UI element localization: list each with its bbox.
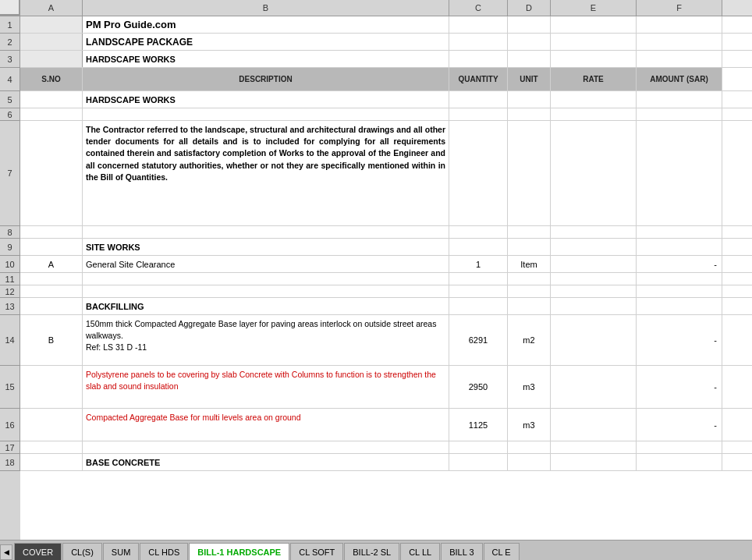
col-header-c: C: [449, 0, 508, 16]
header-quantity: QUANTITY: [449, 68, 508, 90]
row-num-6: 6: [0, 108, 20, 121]
col-header-b: B: [83, 0, 449, 16]
table-row: [20, 108, 752, 121]
cell-10f: -: [637, 256, 722, 272]
cell-16a: [20, 409, 83, 441]
table-row: PM Pro Guide.com: [20, 16, 752, 34]
row-num-7: 7: [0, 121, 20, 226]
cell-9c: [449, 239, 508, 255]
cell-18e: [551, 454, 637, 470]
table-row: [20, 273, 752, 285]
cell-18a: [20, 454, 83, 470]
row-num-13: 13: [0, 298, 20, 315]
cell-1b: PM Pro Guide.com: [83, 16, 449, 33]
cell-17f: [637, 441, 722, 453]
cell-7b: The Contractor referred to the landscape…: [83, 121, 449, 225]
cell-2e: [551, 34, 637, 50]
cell-14d: m2: [508, 315, 551, 365]
cell-3a: [20, 51, 83, 67]
cell-14f: -: [637, 315, 722, 365]
cell-13d: [508, 298, 551, 314]
row-numbers: 1 2 3 4 5 6 7 8 9 10 11 12 13 14 15 16 1…: [0, 16, 20, 540]
col-header-f: F: [637, 0, 722, 16]
tab-scroll-left[interactable]: ◀: [0, 544, 12, 560]
cell-12a: [20, 285, 83, 297]
table-row: BACKFILLING: [20, 298, 752, 315]
table-row: Polystyrene panels to be covering by sla…: [20, 366, 752, 409]
cell-14a: B: [20, 315, 83, 365]
cell-7a: [20, 121, 83, 225]
cell-5a: [20, 91, 83, 108]
tab-cover[interactable]: COVER: [14, 543, 62, 560]
cell-1e: [551, 16, 637, 33]
cell-3e: [551, 51, 637, 67]
row-num-3: 3: [0, 51, 20, 68]
tab-sum[interactable]: SUM: [103, 543, 139, 560]
cell-2b: LANDSCAPE PACKAGE: [83, 34, 449, 50]
cell-1a: [20, 16, 83, 33]
table-row: The Contractor referred to the landscape…: [20, 121, 752, 226]
cell-10d: Item: [508, 256, 551, 272]
cell-18b: BASE CONCRETE: [83, 454, 449, 470]
cell-1c: [449, 16, 508, 33]
cell-1f: [637, 16, 722, 33]
cell-12f: [637, 285, 722, 297]
cell-15b: Polystyrene panels to be covering by sla…: [83, 366, 449, 408]
row-num-10: 10: [0, 256, 20, 273]
tab-clsoft[interactable]: CL SOFT: [290, 543, 343, 560]
cell-14c: 6291: [449, 315, 508, 365]
cell-2c: [449, 34, 508, 50]
cell-15a: [20, 366, 83, 408]
cell-1d: [508, 16, 551, 33]
cell-12b: [83, 285, 449, 297]
cell-17c: [449, 441, 508, 453]
table-row: LANDSCAPE PACKAGE: [20, 34, 752, 51]
cell-3c: [449, 51, 508, 67]
cell-15c: 2950: [449, 366, 508, 408]
cell-8f: [637, 226, 722, 238]
cell-16c: 1125: [449, 409, 508, 441]
table-header-row: S.NO DESCRIPTION QUANTITY UNIT RATE AMOU…: [20, 68, 752, 91]
cell-17b: [83, 441, 449, 453]
cell-18d: [508, 454, 551, 470]
table-row: Compacted Aggregate Base for multi level…: [20, 409, 752, 441]
tab-clhds[interactable]: CL HDS: [140, 543, 188, 560]
table-row: [20, 441, 752, 454]
cell-13a: [20, 298, 83, 314]
tab-cls[interactable]: CL(S): [62, 543, 102, 560]
cell-2f: [637, 34, 722, 50]
cell-6d: [508, 108, 551, 120]
cell-10e: [551, 256, 637, 272]
cell-5c: [449, 91, 508, 108]
table-row: [20, 226, 752, 239]
cell-17d: [508, 441, 551, 453]
tab-clll[interactable]: CL LL: [400, 543, 440, 560]
cell-9f: [637, 239, 722, 255]
cell-11e: [551, 273, 637, 285]
cell-11d: [508, 273, 551, 285]
cell-10c: 1: [449, 256, 508, 272]
cell-8b: [83, 226, 449, 238]
tab-bill2sl[interactable]: BILL-2 SL: [344, 543, 399, 560]
cell-9b: SITE WORKS: [83, 239, 449, 255]
cell-13c: [449, 298, 508, 314]
cell-7c: [449, 121, 508, 225]
cell-9d: [508, 239, 551, 255]
cell-5e: [551, 91, 637, 108]
cell-12e: [551, 285, 637, 297]
row-num-4: 4: [0, 68, 20, 91]
cell-14b: 150mm thick Compacted Aggregate Base lay…: [83, 315, 449, 365]
cell-11f: [637, 273, 722, 285]
cell-8d: [508, 226, 551, 238]
cell-15f: -: [637, 366, 722, 408]
tab-cle[interactable]: CL E: [484, 543, 520, 560]
header-rate: RATE: [551, 68, 637, 90]
cell-18f: [637, 454, 722, 470]
tab-bill3[interactable]: BILL 3: [441, 543, 482, 560]
tab-bill1[interactable]: BILL-1 HARDSCAPE: [189, 543, 289, 560]
cell-6a: [20, 108, 83, 120]
spreadsheet: A B C D E F 1 2 3 4 5 6 7 8 9 10 11 12 1…: [0, 0, 752, 560]
cell-18c: [449, 454, 508, 470]
row-num-5: 5: [0, 91, 20, 108]
row-num-14: 14: [0, 315, 20, 366]
